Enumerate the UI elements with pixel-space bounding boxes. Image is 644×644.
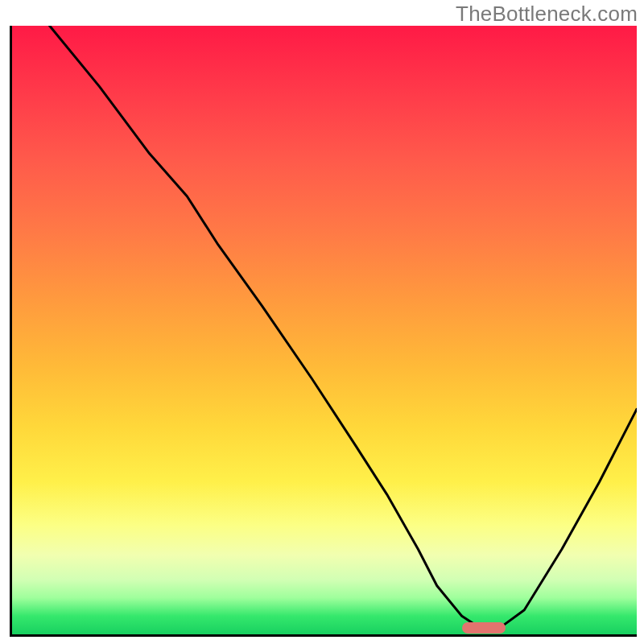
plot-area <box>10 26 637 637</box>
attribution-label: TheBottleneck.com <box>456 2 638 27</box>
optimal-range-marker <box>462 622 506 634</box>
bottleneck-curve <box>12 26 637 634</box>
chart-frame: TheBottleneck.com <box>0 0 644 644</box>
